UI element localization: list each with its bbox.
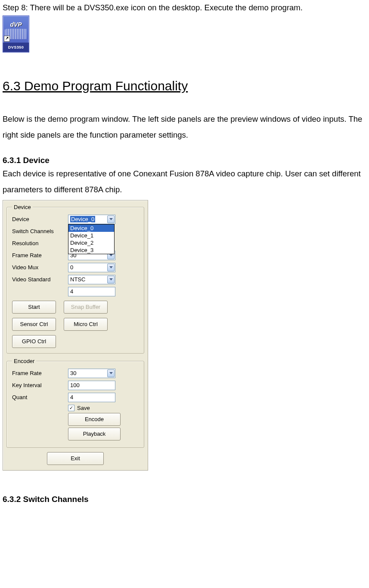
dvs350-desktop-icon: dVP ↗ DVS350 <box>3 15 29 52</box>
enc-frame-rate-combo[interactable]: 30 <box>68 369 115 378</box>
playback-button[interactable]: Playback <box>68 428 121 440</box>
icon-label: DVS350 <box>3 43 29 52</box>
enc-frame-rate-value: 30 <box>70 370 76 376</box>
snap-buffer-button: Snap Buffer <box>64 301 108 314</box>
label-device: Device <box>12 216 68 222</box>
device-combo-value: Device_0 <box>70 216 95 222</box>
subsection-6-3-2-heading: 6.3.2 Switch Channels <box>3 491 366 508</box>
demo-settings-panel: Device Device Device_0 Device_0 Device_1… <box>3 200 148 471</box>
encode-button[interactable]: Encode <box>68 413 121 426</box>
device-option-2[interactable]: Device_2 <box>68 239 114 246</box>
device-group-legend: Device <box>12 204 33 210</box>
video-standard-value: NTSC <box>70 276 85 283</box>
label-enc-frame-rate: Frame Rate <box>12 370 68 376</box>
shortcut-arrow-icon: ↗ <box>4 36 10 42</box>
label-video-mux: Video Mux <box>12 264 68 271</box>
label-key-interval: Key Interval <box>12 382 68 388</box>
sensor-ctrl-button[interactable]: Sensor Ctrl <box>12 318 56 331</box>
save-checkbox-label: Save <box>77 405 90 411</box>
start-button[interactable]: Start <box>12 301 56 314</box>
subsection-6-3-1-heading: 6.3.1 Device <box>3 156 366 166</box>
device-dropdown-list[interactable]: Device_0 Device_1 Device_2 Device_3 <box>68 224 115 254</box>
video-mux-combo[interactable]: 0 <box>68 263 115 272</box>
video-mux-value: 0 <box>70 264 73 271</box>
device-option-1[interactable]: Device_1 <box>68 232 114 239</box>
micro-ctrl-button[interactable]: Micro Ctrl <box>64 318 108 331</box>
device-extra-input[interactable]: 4 <box>68 287 115 296</box>
video-standard-combo[interactable]: NTSC <box>68 275 115 284</box>
chevron-down-icon[interactable] <box>107 369 115 377</box>
device-option-0[interactable]: Device_0 <box>68 225 114 232</box>
chevron-down-icon[interactable] <box>107 276 115 283</box>
save-checkbox[interactable]: ✓ <box>68 405 74 411</box>
label-quant: Quant <box>12 394 68 400</box>
gpio-ctrl-button[interactable]: GPIO Ctrl <box>12 335 56 348</box>
chevron-down-icon[interactable] <box>107 264 115 271</box>
device-group: Device Device Device_0 Device_0 Device_1… <box>6 204 144 354</box>
chevron-down-icon[interactable] <box>107 215 115 223</box>
device-combo[interactable]: Device_0 <box>68 215 115 224</box>
label-video-standard: Video Standard <box>12 276 68 283</box>
label-resolution: Resolution <box>12 240 68 246</box>
encoder-group-legend: Encoder <box>12 358 36 364</box>
encoder-group: Encoder Frame Rate 30 Key Interval 100 Q… <box>6 358 144 448</box>
device-option-3[interactable]: Device_3 <box>68 246 114 254</box>
key-interval-input[interactable]: 100 <box>68 381 115 390</box>
section-6-3-intro: Below is the demo program window. The le… <box>3 111 366 143</box>
label-switch-channels: Switch Channels <box>12 228 68 234</box>
subsection-6-3-1-text: Each device is representative of one Con… <box>3 166 366 197</box>
label-frame-rate: Frame Rate <box>12 252 68 259</box>
quant-input[interactable]: 4 <box>68 393 115 402</box>
exit-button[interactable]: Exit <box>47 452 104 465</box>
section-6-3-heading: 6.3 Demo Program Functionality <box>3 78 366 94</box>
step8-text: Step 8: There will be a DVS350.exe icon … <box>3 3 366 13</box>
